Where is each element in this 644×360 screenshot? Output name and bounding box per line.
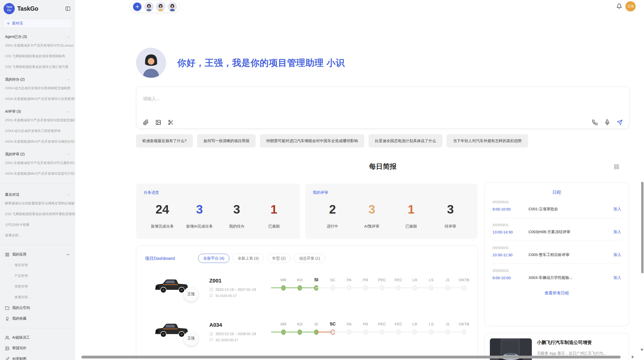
sidebar-item[interactable]: Z001-全新燃油轻卡产品开发项目SI造型提交物评审 bbox=[0, 115, 75, 126]
sidebar-section-title: AI评审 (3) bbox=[5, 109, 21, 114]
sidebar-item[interactable]: A034-全新新能源MUV产品开发项目计划变更表编写 bbox=[0, 94, 75, 104]
milestone: OKTB bbox=[456, 321, 472, 337]
my-favorites-item[interactable]: 我的收藏 bbox=[0, 313, 75, 324]
milestone-label: LR bbox=[407, 277, 423, 283]
milestone: KO bbox=[292, 321, 308, 337]
schedule-join-button[interactable]: 加入 bbox=[613, 207, 621, 212]
microphone-button[interactable] bbox=[604, 119, 610, 125]
project-row[interactable]: 王强 A034 2023-12-19 ~ 2026-01-19 SC-2025-… bbox=[153, 318, 471, 358]
stat-label: 已逾期 bbox=[391, 224, 431, 229]
my-cloud-item[interactable]: 我的云空间 bbox=[0, 303, 75, 313]
suggestion-chip[interactable]: 当下年轻人对汽车外观有怎样的喜好趋势 bbox=[447, 134, 528, 147]
milestone: SI bbox=[308, 277, 325, 292]
sidebar-item[interactable]: Z001-全新燃油皮卡产品开发项目SI节点Lesson Learn报告 bbox=[0, 40, 75, 51]
dashboard-tab[interactable]: 全新上装 (3) bbox=[233, 254, 264, 263]
avatar[interactable] bbox=[144, 2, 154, 11]
new-chat-button[interactable]: 新对话 bbox=[3, 19, 72, 28]
sidebar-section-header[interactable]: AI评审 (3) bbox=[0, 104, 75, 115]
sidebar-collapse-button[interactable] bbox=[65, 5, 71, 12]
paperclip-icon bbox=[143, 119, 149, 125]
suggestion-chip[interactable]: 如何写一份清晰的项目周报 bbox=[197, 134, 256, 147]
sidebar-item[interactable]: C0X4-动力总成开发项目工程变更评审 bbox=[0, 126, 75, 136]
daily-briefing-title: 每日简报 bbox=[136, 162, 630, 171]
horizontal-scrollbar[interactable] bbox=[81, 356, 621, 358]
milestone-label: OKTB bbox=[456, 277, 472, 283]
chevron-up-icon bbox=[67, 153, 70, 156]
suggestion-chip[interactable]: 特朗普可能对进口汽车增税会对中国车企造成哪些影响 bbox=[260, 134, 364, 147]
avatar[interactable] bbox=[168, 2, 177, 11]
stat-label: 已逾期 bbox=[255, 224, 292, 229]
sidebar-item[interactable]: C02-飞腾新能源轻客改款项目立项汇报方案 bbox=[0, 62, 75, 72]
schedule-join-button[interactable]: 加入 bbox=[613, 252, 621, 257]
dashboard-tab[interactable]: 全新平台 (4) bbox=[198, 254, 229, 263]
schedule-join-button[interactable]: 加入 bbox=[613, 230, 621, 234]
image-icon bbox=[5, 346, 9, 351]
sidebar-section-header[interactable]: Agent已办 (3) bbox=[0, 29, 75, 40]
voice-call-button[interactable] bbox=[592, 119, 598, 125]
sidebar-sub-item[interactable]: 项目管理 bbox=[0, 260, 75, 271]
screenshot-button[interactable] bbox=[168, 119, 174, 125]
sidebar-item[interactable]: Z001-全新燃油轻卡产品开发项目SI节点属性5D文件评审 bbox=[0, 158, 75, 168]
sidebar-item[interactable]: A034-全新新能源MUV产品开发项目造型可行性评审 bbox=[0, 168, 75, 179]
sidebar-section-header[interactable]: 我的评审 (2) bbox=[0, 147, 75, 158]
view-all-schedule-link[interactable]: 查看所有日程 bbox=[545, 291, 569, 296]
ai-super-staff-label: AI超级员工 bbox=[12, 335, 30, 340]
recent-section-header[interactable]: 最近对话 bbox=[0, 187, 75, 198]
milestone-label: PEC bbox=[374, 321, 390, 327]
sidebar-sub-item[interactable]: 产品管理 bbox=[0, 271, 75, 281]
schedule-event-title: C003|H0B-方案冻结评审 bbox=[529, 230, 613, 234]
sidebar-item[interactable]: C0X4-动力总成开发项目SI里程碑提交物检查 bbox=[0, 83, 75, 94]
suggestion-chip[interactable]: 比亚迪全固态电池计划具体说了什么 bbox=[369, 134, 442, 147]
milestone: PA bbox=[341, 321, 357, 337]
ai-super-staff-item[interactable]: AI超级员工 bbox=[0, 332, 75, 343]
avatar[interactable] bbox=[156, 2, 165, 11]
project-row[interactable]: 王强 Z001 2023-12-19 ~ 2027-01-19 SI-2025-… bbox=[153, 274, 471, 314]
sidebar-item[interactable]: 公司Q3轻卡销量 bbox=[0, 219, 75, 230]
milestone: LR bbox=[407, 277, 423, 292]
chevron-up-icon bbox=[66, 252, 70, 257]
sidebar-section-apps: 我的应用 项目管理产品管理变更管理查看全部... bbox=[0, 249, 75, 303]
sidebar-section-recent: 最近对话 解释最新出台的欧盟报废车法规再生塑料比例被调至15%...C02-飞腾… bbox=[0, 187, 75, 241]
add-contact-button[interactable] bbox=[133, 2, 142, 11]
sidebar-sub-item[interactable]: 查看全部... bbox=[0, 292, 75, 303]
message-input[interactable] bbox=[143, 96, 448, 101]
creative-drawing-item[interactable]: 创意制图 bbox=[0, 354, 75, 360]
main-content: 王强 你好，王强，我是你的项目管理助理 小识 bbox=[75, 0, 644, 360]
user-avatar[interactable]: 王强 bbox=[625, 1, 636, 11]
milestone-label: LS bbox=[423, 277, 440, 283]
my-apps-header[interactable]: 我的应用 bbox=[0, 249, 75, 260]
sidebar-item[interactable]: 查看全部... bbox=[0, 230, 75, 241]
suggestion-chip[interactable]: 欧洲新规最近颁布了什么? bbox=[136, 134, 193, 147]
schedule-event-title: C005-整车工程目标评审 bbox=[529, 252, 613, 257]
dashboard-tab[interactable]: 动总开发 (1) bbox=[294, 254, 325, 263]
sidebar-item[interactable]: C02-飞腾新能源轻客改款项目里程碑画布 bbox=[0, 51, 75, 62]
user-name: 王强 bbox=[627, 4, 634, 9]
scroll-down-arrow[interactable] bbox=[640, 349, 643, 351]
dashboard-tab[interactable]: 年型 (2) bbox=[267, 254, 291, 263]
help-me-write-item[interactable]: 帮我写作 bbox=[0, 343, 75, 354]
schedule-join-button[interactable]: 加入 bbox=[613, 275, 621, 280]
folder-icon bbox=[5, 306, 9, 310]
task-progress-title: 任务进度 bbox=[144, 190, 292, 195]
my-cloud-label: 我的云空间 bbox=[12, 306, 30, 310]
sidebar-section-header[interactable]: 我的待办 (2) bbox=[0, 72, 75, 83]
sidebar-item[interactable]: C02-飞腾新能源轻客改款项目的闭环通告反馈情况 bbox=[0, 209, 75, 219]
send-icon bbox=[617, 119, 623, 125]
notifications-button[interactable] bbox=[616, 3, 622, 9]
briefing-layout-button[interactable] bbox=[614, 164, 619, 170]
message-composer bbox=[136, 86, 630, 129]
attach-file-button[interactable] bbox=[143, 119, 149, 125]
attach-image-button[interactable] bbox=[155, 119, 161, 125]
scroll-right-arrow[interactable] bbox=[632, 355, 634, 358]
chevron-up-icon bbox=[67, 78, 70, 81]
milestone: LS bbox=[423, 277, 440, 292]
send-button[interactable] bbox=[617, 119, 623, 125]
sidebar-sub-item[interactable]: 变更管理 bbox=[0, 281, 75, 292]
project-info: A034 2023-12-19 ~ 2026-01-19 SC-2025-05-… bbox=[209, 322, 256, 342]
vertical-scrollbar[interactable] bbox=[641, 182, 643, 273]
sidebar-item[interactable]: 解释最新出台的欧盟报废车法规再生塑料比例被调至15%... bbox=[0, 198, 75, 209]
sidebar-item[interactable]: A034-全新新能源MUV产品开发项目法规符合性评审 bbox=[0, 136, 75, 147]
task-progress-card: 任务进度 24 新增完成任务 3 新增AI完成任务 3 我的待办 1 已逾期 bbox=[136, 184, 300, 239]
project-milestone-flag: SC-2025-05-17 bbox=[209, 338, 256, 342]
greeting-text: 你好，王强，我是你的项目管理助理 小识 bbox=[177, 57, 345, 69]
